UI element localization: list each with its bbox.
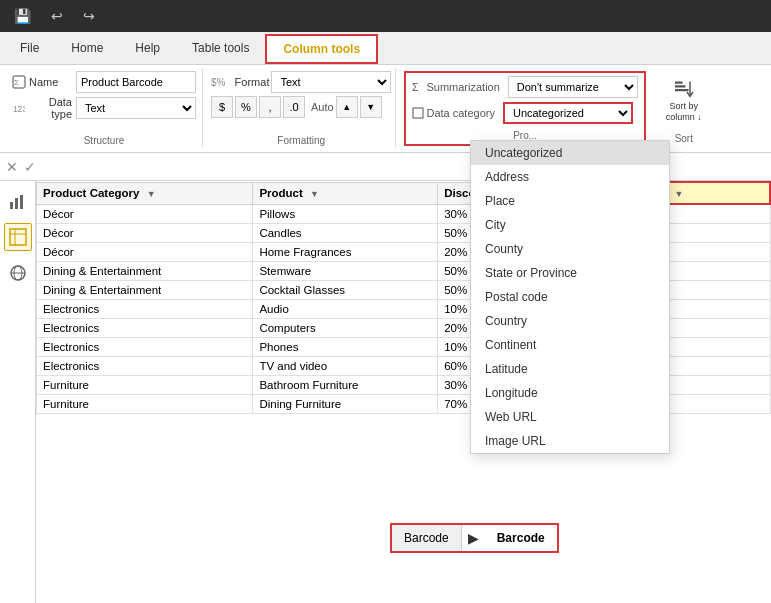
cell-product: Stemware (253, 262, 438, 281)
datatype-row: 123 Data type Text Whole Number Decimal … (12, 96, 196, 120)
sort-group: Sort bycolumn ↓ Sort (654, 69, 714, 148)
name-label: Σ Name (12, 75, 72, 89)
cell-category: Electronics (37, 357, 253, 376)
datatype-label: 123 Data type (12, 96, 72, 120)
formula-cancel-btn[interactable]: ✕ (6, 159, 18, 175)
col-header-category: Product Category ▼ (37, 182, 253, 204)
sidebar-table-icon[interactable] (4, 223, 32, 251)
col-header-product: Product ▼ (253, 182, 438, 204)
format-row: $% Format Text General Number Currency P… (211, 71, 391, 93)
properties-group: Σ Summarization Don't summarize Sum Aver… (404, 71, 645, 146)
sort-group-label: Sort (675, 131, 693, 144)
dropdown-item[interactable]: Continent (471, 333, 669, 357)
svg-rect-7 (675, 89, 689, 91)
cell-category: Décor (37, 224, 253, 243)
ribbon: File Home Help Table tools Column tools … (0, 32, 771, 153)
undo-icon[interactable]: ↩ (45, 6, 69, 26)
datacategory-label: Data category (412, 107, 494, 119)
summarization-row: Σ Summarization Don't summarize Sum Aver… (412, 76, 637, 98)
inc-precision-btn[interactable]: ▼ (360, 96, 382, 118)
dropdown-item[interactable]: Country (471, 309, 669, 333)
cell-category: Décor (37, 243, 253, 262)
svg-text:Σ: Σ (14, 78, 19, 87)
cell-category: Electronics (37, 338, 253, 357)
barcode-hint-arrow: ▶ (462, 526, 485, 550)
format-label: Format (229, 76, 269, 88)
cell-product: Candles (253, 224, 438, 243)
dec-precision-btn[interactable]: ▲ (336, 96, 358, 118)
decimal-btn[interactable]: .0 (283, 96, 305, 118)
dropdown-item[interactable]: County (471, 237, 669, 261)
col-filter-category[interactable]: ▼ (147, 189, 156, 199)
dropdown-item[interactable]: Place (471, 189, 669, 213)
cell-product: Phones (253, 338, 438, 357)
cell-category: Electronics (37, 300, 253, 319)
datacategory-row: Data category Uncategorized Address Plac… (412, 102, 637, 124)
formula-confirm-btn[interactable]: ✓ (24, 159, 36, 175)
svg-rect-10 (15, 198, 18, 209)
structure-group: Σ Name 123 Data type Text Whole Number D… (6, 69, 203, 148)
dropdown-item[interactable]: State or Province (471, 261, 669, 285)
svg-rect-12 (10, 229, 26, 245)
datacategory-select[interactable]: Uncategorized Address Place City County … (503, 102, 633, 124)
format-select[interactable]: Text General Number Currency Percentage (271, 71, 391, 93)
cell-product: Cocktail Glasses (253, 281, 438, 300)
auto-label: Auto (311, 101, 334, 113)
svg-text:Σ: Σ (412, 82, 418, 93)
percent-btn[interactable]: % (235, 96, 257, 118)
sidebar-model-icon[interactable] (4, 259, 32, 287)
cell-product: TV and video (253, 357, 438, 376)
structure-label: Structure (84, 133, 125, 146)
tab-column-tools[interactable]: Column tools (265, 34, 378, 64)
name-row: Σ Name (12, 71, 196, 93)
tab-home[interactable]: Home (55, 32, 119, 64)
summarization-select[interactable]: Don't summarize Sum Average Count (508, 76, 638, 98)
svg-rect-5 (675, 82, 683, 84)
dropdown-item[interactable]: Uncategorized (471, 141, 669, 165)
tab-help[interactable]: Help (119, 32, 176, 64)
dropdown-item[interactable]: Web URL (471, 405, 669, 429)
datacategory-dropdown: UncategorizedAddressPlaceCityCountyState… (470, 140, 670, 454)
barcode-hint-left: Barcode (392, 525, 462, 551)
formatting-label: Formatting (277, 133, 325, 146)
cell-category: Dining & Entertainment (37, 281, 253, 300)
save-icon[interactable]: 💾 (8, 6, 37, 26)
formatting-group: $% Format Text General Number Currency P… (207, 69, 396, 148)
cell-product: Dining Furniture (253, 395, 438, 414)
cell-product: Audio (253, 300, 438, 319)
tab-table-tools[interactable]: Table tools (176, 32, 265, 64)
ribbon-tabs: File Home Help Table tools Column tools (0, 32, 771, 65)
comma-btn[interactable]: , (259, 96, 281, 118)
dropdown-item[interactable]: City (471, 213, 669, 237)
cell-product: Bathroom Furniture (253, 376, 438, 395)
sidebar-barchart-icon[interactable] (4, 187, 32, 215)
dropdown-item[interactable]: Address (471, 165, 669, 189)
cell-category: Furniture (37, 376, 253, 395)
svg-rect-6 (675, 85, 686, 87)
dropdown-item[interactable]: Postal code (471, 285, 669, 309)
col-filter-barcode[interactable]: ▼ (674, 189, 683, 199)
sort-label: Sort bycolumn ↓ (666, 101, 702, 123)
datatype-select[interactable]: Text Whole Number Decimal Number Date Tr… (76, 97, 196, 119)
col-filter-product[interactable]: ▼ (310, 189, 319, 199)
svg-text:123: 123 (13, 104, 25, 114)
dropdown-item[interactable]: Image URL (471, 429, 669, 453)
dollar-btn[interactable]: $ (211, 96, 233, 118)
redo-icon[interactable]: ↪ (77, 6, 101, 26)
cell-product: Home Fragrances (253, 243, 438, 262)
dropdown-item[interactable]: Latitude (471, 357, 669, 381)
tab-file[interactable]: File (4, 32, 55, 64)
sort-by-column-btn[interactable]: Sort bycolumn ↓ (662, 73, 706, 127)
svg-rect-4 (413, 108, 423, 118)
cell-product: Pillows (253, 204, 438, 224)
cell-product: Computers (253, 319, 438, 338)
cell-category: Dining & Entertainment (37, 262, 253, 281)
name-input[interactable] (76, 71, 196, 93)
svg-rect-11 (20, 195, 23, 209)
title-bar: 💾 ↩ ↪ (0, 0, 771, 32)
summarization-label: Σ Summarization (412, 81, 499, 93)
dropdown-item[interactable]: Longitude (471, 381, 669, 405)
cell-category: Furniture (37, 395, 253, 414)
cell-category: Décor (37, 204, 253, 224)
barcode-hint: Barcode ▶ Barcode (390, 523, 559, 553)
